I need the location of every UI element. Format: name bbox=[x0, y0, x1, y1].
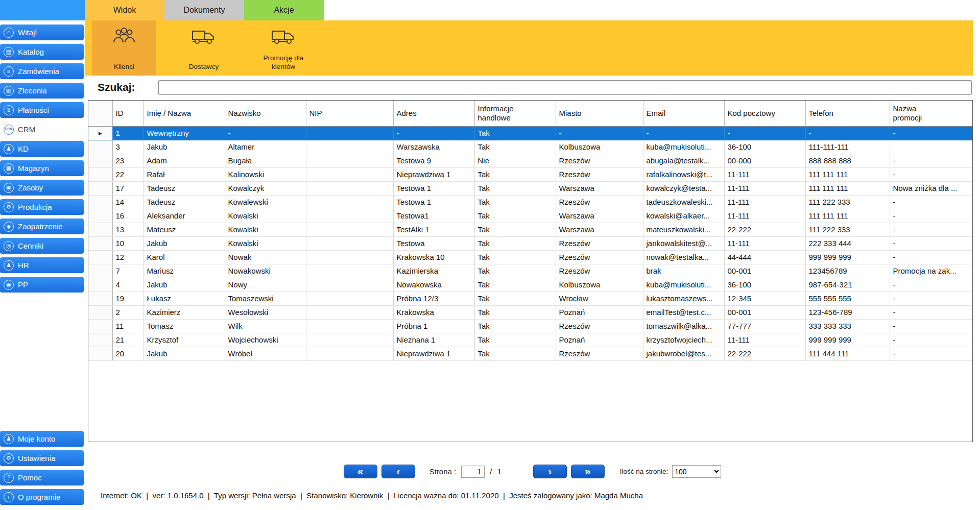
settings-gear-icon: ⚙ bbox=[4, 453, 14, 464]
table-cell bbox=[306, 236, 393, 250]
table-cell: Tak bbox=[474, 264, 556, 278]
sidebar-item-katalog[interactable]: ▤Katalog bbox=[0, 44, 84, 60]
table-cell: Wrocław bbox=[556, 292, 643, 305]
tab-akcje[interactable]: Akcje bbox=[244, 0, 324, 20]
column-header-id[interactable]: ID bbox=[112, 101, 144, 126]
column-header-imie-nazwa[interactable]: Imię / Nazwa bbox=[144, 101, 225, 126]
row-marker-cell: ► bbox=[88, 126, 112, 140]
ribbon-button-klienci[interactable]: Klienci bbox=[92, 20, 156, 76]
column-header-telefon[interactable]: Telefon bbox=[805, 101, 890, 126]
table-cell: nowak@testalka... bbox=[643, 250, 724, 264]
sidebar-item-label: Cenniki bbox=[18, 241, 43, 250]
table-cell: Kowalczyk bbox=[225, 181, 306, 195]
sidebar-item-cenniki[interactable]: ◎Cenniki bbox=[0, 238, 84, 254]
sidebar-item-o-programie[interactable]: iO programie bbox=[0, 489, 84, 505]
table-row[interactable]: 7MariuszNowakowskiKazimierskaTakRzeszówb… bbox=[88, 264, 972, 278]
table-row[interactable]: 22RafałKalinowskiNieprawdziwa 1TakRzeszó… bbox=[88, 167, 972, 181]
table-row[interactable]: 11TomaszWilkPróbna 1TakRzeszówtomaszwilk… bbox=[88, 319, 972, 333]
sidebar-item-ustawienia[interactable]: ⚙Ustawienia bbox=[0, 450, 84, 466]
table-cell: Krakowska 10 bbox=[393, 250, 474, 264]
table-cell: 11-111 bbox=[724, 195, 805, 209]
search-bar: Szukaj: bbox=[85, 76, 980, 99]
sidebar-item-label: Produkcja bbox=[18, 203, 52, 211]
tab-widok[interactable]: Widok bbox=[85, 0, 164, 20]
ribbon-button-promocje[interactable]: Promocję dla kientów bbox=[251, 20, 316, 76]
table-cell: 36-100 bbox=[724, 278, 805, 292]
table-cell: 00-001 bbox=[724, 264, 805, 278]
row-marker-cell bbox=[88, 154, 112, 167]
table-cell: Poznań bbox=[556, 333, 643, 347]
sidebar-item-label: Zaopatrzenie bbox=[18, 222, 63, 231]
table-row[interactable]: 19ŁukaszTomaszewskiPróbna 12/3TakWrocław… bbox=[88, 292, 972, 305]
first-page-button[interactable]: « bbox=[344, 465, 377, 478]
sidebar-item-zasoby[interactable]: ▣Zasoby bbox=[0, 180, 84, 196]
column-header-informacje-handlowe[interactable]: Informacje handlowe bbox=[474, 101, 556, 126]
table-cell: Wilk bbox=[225, 319, 306, 333]
page-size-label: Ilość na stronie: bbox=[620, 468, 668, 475]
last-page-button[interactable]: » bbox=[571, 465, 605, 478]
table-cell: Rzeszów bbox=[556, 319, 643, 333]
table-cell: 22-222 bbox=[724, 347, 805, 360]
row-marker-cell bbox=[88, 209, 112, 223]
table-cell: Jakub bbox=[144, 347, 225, 360]
column-header-email[interactable]: Email bbox=[643, 101, 724, 126]
column-header-nip[interactable]: NIP bbox=[306, 101, 393, 126]
search-input[interactable] bbox=[158, 80, 972, 95]
table-row[interactable]: 14TadeuszKowalewskiTestowa 1TakRzeszówta… bbox=[88, 195, 972, 209]
table-row[interactable]: 16AleksanderKowalskiTestowa1TakWarszawak… bbox=[88, 209, 972, 223]
table-cell: Nowakowska bbox=[393, 278, 474, 292]
sidebar-item-magazyn[interactable]: ▦Magazyn bbox=[0, 160, 84, 176]
table-row[interactable]: 17TadeuszKowalczykTestowa 1TakWarszawako… bbox=[88, 181, 972, 195]
column-header-miasto[interactable]: Miasto bbox=[556, 101, 643, 126]
home-icon: ⌂ bbox=[4, 28, 14, 38]
sidebar-item-crm[interactable]: CRMCRM bbox=[0, 122, 84, 137]
table-row[interactable]: 10JakubKowalskiTestowaTakRzeszówjankowal… bbox=[88, 236, 972, 250]
ribbon-button-dostawcy[interactable]: Dostawcy bbox=[172, 20, 236, 76]
sidebar-item-platnosci[interactable]: $Płatności bbox=[0, 102, 84, 118]
table-cell bbox=[306, 264, 393, 278]
sidebar-item-moje-konto[interactable]: ♟Moje konto bbox=[0, 431, 84, 447]
sidebar-item-witaj[interactable]: ⌂Witaj! bbox=[0, 25, 84, 40]
column-header-nazwa-promocji[interactable]: Nazwa promocji bbox=[890, 101, 972, 126]
table-cell: Tak bbox=[474, 319, 556, 333]
sidebar-item-zaopatrzenie[interactable]: ◈Zaopatrzenie bbox=[0, 218, 84, 234]
sidebar-item-pomoc[interactable]: ?Pomoc bbox=[0, 470, 84, 485]
table-cell: Kowalewski bbox=[225, 195, 306, 209]
table-cell: 11-111 bbox=[724, 236, 805, 250]
table-row[interactable]: 21KrzysztofWojciechowskiNieznana 1TakPoz… bbox=[88, 333, 972, 347]
table-row[interactable]: 23AdamBugałaTestowa 9NieRzeszówabugala@t… bbox=[88, 154, 972, 167]
tab-dokumenty[interactable]: Dokumenty bbox=[164, 0, 244, 20]
table-row[interactable]: 12KarolNowakKrakowska 10TakRzeszównowak@… bbox=[88, 250, 972, 264]
table-cell: Tak bbox=[474, 223, 556, 236]
column-header-nazwisko[interactable]: Nazwisko bbox=[225, 101, 306, 126]
next-page-button[interactable]: › bbox=[533, 465, 567, 478]
sidebar-item-produkcja[interactable]: ⚙Produkcja bbox=[0, 199, 84, 215]
table-row[interactable]: 13MateuszKowalskiTestAlki 1TakWarszawama… bbox=[88, 223, 972, 236]
sidebar-item-label: Moje konto bbox=[18, 434, 55, 443]
table-row[interactable]: 3JakubAltamerWarszawskaTakKolbuszowakuba… bbox=[88, 140, 972, 154]
table-row[interactable]: 2KazimierzWesołowskiKrakowskaTakPoznańem… bbox=[88, 305, 972, 319]
table-cell: Promocja na zak... bbox=[890, 264, 972, 278]
page-size-select[interactable]: 100 bbox=[672, 465, 721, 478]
table-row[interactable]: 20JakubWróbelNieprawdziwa 1TakRzeszówjak… bbox=[88, 347, 972, 360]
table-cell: Tak bbox=[474, 236, 556, 250]
column-header-adres[interactable]: Adres bbox=[393, 101, 474, 126]
table-cell: Tomasz bbox=[144, 319, 225, 333]
row-marker-cell bbox=[88, 181, 112, 195]
table-row[interactable]: ►1Wewnętrzny--Tak----- bbox=[88, 126, 972, 140]
sidebar-item-hr[interactable]: ♟HR bbox=[0, 257, 84, 273]
table-row[interactable]: 4JakubNowyNowakowskaTakKolbuszowakuba@mu… bbox=[88, 278, 972, 292]
sidebar-item-kd[interactable]: ♟KD bbox=[0, 141, 84, 157]
sidebar-item-pp[interactable]: ◉PP bbox=[0, 277, 84, 293]
ribbon: KlienciDostawcyPromocję dla kientów bbox=[85, 20, 973, 76]
column-header-kod-pocztowy[interactable]: Kod pocztowy bbox=[724, 101, 805, 126]
sidebar-item-zlecenia[interactable]: ▥Zlecenia bbox=[0, 83, 84, 99]
sidebar-nav-main: ⌂Witaj!▤Katalog≡Zamówienia▥Zlecenia$Płat… bbox=[0, 25, 85, 296]
table-cell: 20 bbox=[112, 347, 144, 360]
table-cell: 111 222 333 bbox=[805, 195, 890, 209]
sidebar-item-zamowienia[interactable]: ≡Zamówienia bbox=[0, 63, 84, 79]
table-cell: 333 333 333 bbox=[805, 319, 890, 333]
prev-page-button[interactable]: ‹ bbox=[381, 465, 415, 478]
page-number-input[interactable] bbox=[461, 466, 485, 478]
table-cell: Mateusz bbox=[144, 223, 225, 236]
